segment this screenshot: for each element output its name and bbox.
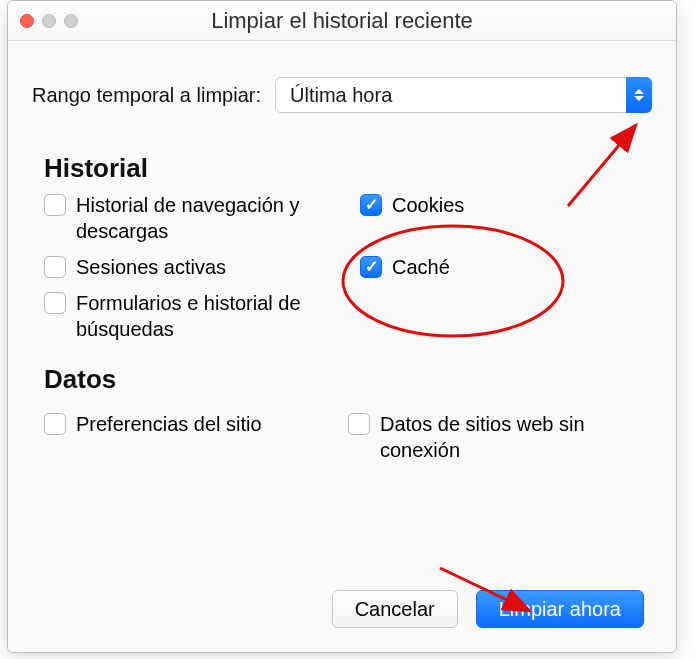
option-site-prefs[interactable]: Preferencias del sitio xyxy=(44,411,340,463)
checkmark-icon: ✓ xyxy=(365,259,378,275)
checkbox-nav-downloads[interactable] xyxy=(44,194,66,216)
label-forms-search: Formularios e historial de búsquedas xyxy=(76,290,334,342)
select-arrows-icon xyxy=(626,77,652,113)
option-offline-data[interactable]: Datos de sitios web sin conexión xyxy=(348,411,644,463)
checkbox-forms-search[interactable] xyxy=(44,292,66,314)
data-options-grid: Preferencias del sitio Datos de sitios w… xyxy=(32,403,652,463)
chevron-up-icon xyxy=(634,89,644,94)
option-forms-search[interactable]: Formularios e historial de búsquedas xyxy=(44,290,334,342)
dialog-content: Rango temporal a limpiar: Última hora Hi… xyxy=(8,41,676,652)
history-options-grid: Historial de navegación y descargas ✓ Co… xyxy=(32,192,652,342)
section-title-data: Datos xyxy=(44,364,652,395)
option-cache[interactable]: ✓ Caché xyxy=(354,254,644,280)
maximize-icon xyxy=(64,14,78,28)
label-nav-downloads: Historial de navegación y descargas xyxy=(76,192,334,244)
clear-now-button[interactable]: Limpiar ahora xyxy=(476,590,644,628)
option-cookies[interactable]: ✓ Cookies xyxy=(354,192,644,244)
close-icon[interactable] xyxy=(20,14,34,28)
checkbox-cache[interactable]: ✓ xyxy=(360,256,382,278)
checkbox-site-prefs[interactable] xyxy=(44,413,66,435)
section-title-history: Historial xyxy=(44,153,652,184)
label-cache: Caché xyxy=(392,254,644,280)
time-range-row: Rango temporal a limpiar: Última hora xyxy=(32,77,652,113)
checkbox-cookies[interactable]: ✓ xyxy=(360,194,382,216)
label-sessions: Sesiones activas xyxy=(76,254,334,280)
window-controls xyxy=(20,14,78,28)
window-title: Limpiar el historial reciente xyxy=(8,8,676,34)
clear-history-dialog: Limpiar el historial reciente Rango temp… xyxy=(7,0,677,653)
dialog-button-row: Cancelar Limpiar ahora xyxy=(332,590,644,628)
label-cookies: Cookies xyxy=(392,192,644,218)
time-range-select[interactable]: Última hora xyxy=(275,77,652,113)
time-range-selected-value: Última hora xyxy=(290,84,392,107)
title-bar: Limpiar el historial reciente xyxy=(8,1,676,41)
option-nav-downloads[interactable]: Historial de navegación y descargas xyxy=(44,192,334,244)
chevron-down-icon xyxy=(634,96,644,101)
checkbox-offline-data[interactable] xyxy=(348,413,370,435)
cancel-button[interactable]: Cancelar xyxy=(332,590,458,628)
time-range-label: Rango temporal a limpiar: xyxy=(32,84,261,107)
minimize-icon xyxy=(42,14,56,28)
annotation-overlay xyxy=(8,41,677,653)
checkbox-sessions[interactable] xyxy=(44,256,66,278)
label-offline-data: Datos de sitios web sin conexión xyxy=(380,411,644,463)
checkmark-icon: ✓ xyxy=(365,197,378,213)
option-sessions[interactable]: Sesiones activas xyxy=(44,254,334,280)
label-site-prefs: Preferencias del sitio xyxy=(76,411,340,437)
